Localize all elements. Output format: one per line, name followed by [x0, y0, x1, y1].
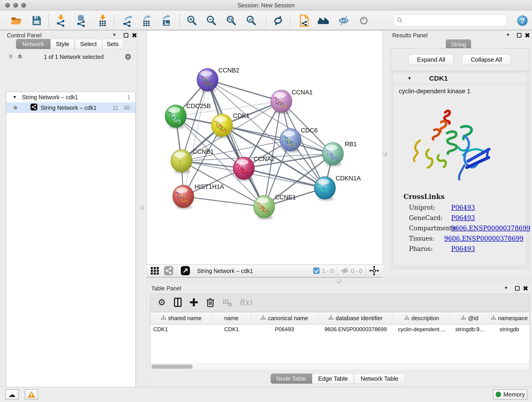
column-header-namespace[interactable]: namespace: [489, 312, 530, 324]
control-panel-menu-icon[interactable]: ▼: [112, 32, 116, 37]
tab-network-table[interactable]: Network Table: [354, 374, 405, 384]
node-entry-header[interactable]: ▼ CDK1: [393, 73, 527, 84]
selected-checkbox[interactable]: [312, 267, 320, 275]
vertical-splitter-left[interactable]: [138, 30, 147, 387]
table-container: ⚙ f(x) shared namenamecanonical namedata…: [150, 294, 530, 370]
help-button[interactable]: ?: [516, 14, 529, 27]
crosslink-link[interactable]: 9606.ENSP00000378699: [451, 225, 530, 232]
network-collection-row[interactable]: ▼ String Network – cdk1 1: [6, 92, 135, 102]
open-session-button[interactable]: [9, 14, 23, 27]
tab-node-table[interactable]: Node Table: [271, 374, 312, 384]
hidden-eye-icon[interactable]: [340, 266, 349, 276]
hide-graphics-details-button[interactable]: [337, 14, 350, 27]
import-network-button[interactable]: [55, 14, 68, 27]
control-panel-float-icon[interactable]: [124, 33, 128, 38]
vertical-splitter-right[interactable]: [383, 30, 387, 278]
zoom-in-button[interactable]: [185, 14, 198, 27]
cloud-button[interactable]: ☁: [5, 389, 19, 400]
tab-select[interactable]: Select: [75, 39, 102, 49]
table-cell[interactable]: cyclin-dependent ...: [393, 326, 450, 332]
network-view[interactable]: CCNB2CCNA1CDC25BCDK1CDC6RB1CCNB1CCNA2CDK…: [147, 30, 383, 265]
table-cell[interactable]: stringdb:9...: [450, 326, 489, 332]
presentation-orb-button[interactable]: [357, 14, 370, 27]
delete-table-button-disabled[interactable]: [221, 296, 234, 309]
control-panel-close-icon[interactable]: ✖: [132, 32, 137, 39]
table-panel-close-icon[interactable]: ✖: [523, 285, 528, 292]
crosslink-row: Tissues:9606.ENSP00000378699: [409, 233, 524, 244]
network-canvas[interactable]: CCNB2CCNA1CDC25BCDK1CDC6RB1CCNB1CCNA2CDK…: [147, 31, 382, 264]
collapse-all-icon[interactable]: [8, 53, 14, 60]
table-horizontal-scrollbar[interactable]: [151, 364, 530, 370]
column-header--id[interactable]: @id: [450, 312, 489, 324]
results-panel-float-icon[interactable]: [517, 33, 521, 38]
gear-icon[interactable]: ⚙: [125, 52, 132, 61]
search-input[interactable]: [403, 17, 504, 24]
crosslink-link[interactable]: P06493: [451, 204, 475, 211]
tab-edge-table[interactable]: Edge Table: [312, 374, 354, 384]
export-table-button[interactable]: [140, 14, 153, 27]
import-network-from-database-button[interactable]: [75, 14, 88, 27]
main-toolbar: ?: [0, 11, 532, 30]
column-header-database-identifier[interactable]: database identifier: [318, 312, 393, 324]
horizontal-splitter[interactable]: [147, 278, 532, 284]
entry-collapse-icon[interactable]: ▼: [407, 76, 412, 81]
column-header-shared-name[interactable]: shared name: [151, 312, 212, 324]
memory-button[interactable]: Memory: [493, 389, 527, 400]
column-header-description[interactable]: description: [393, 312, 450, 324]
expand-all-icon[interactable]: [17, 53, 23, 60]
zoom-out-button[interactable]: [205, 14, 218, 27]
table-panel-float-icon[interactable]: [515, 286, 520, 291]
home-button[interactable]: [317, 14, 330, 27]
results-panel-close-icon[interactable]: ✖: [525, 32, 530, 39]
warnings-button[interactable]: [25, 389, 38, 400]
delete-column-button[interactable]: [204, 296, 217, 309]
network-edge[interactable]: [208, 80, 281, 101]
scrollbar-thumb[interactable]: [152, 365, 193, 369]
search-icon: [396, 17, 403, 24]
collapse-all-button[interactable]: Collapse All: [462, 54, 511, 65]
crosslink-row: Pharos:P06493: [409, 244, 524, 254]
save-session-button[interactable]: [30, 14, 43, 27]
fit-selected-crosshair-icon[interactable]: [369, 265, 380, 277]
add-column-button[interactable]: [187, 296, 200, 309]
zoom-selected-button[interactable]: [244, 14, 258, 27]
export-network-button[interactable]: [121, 14, 135, 27]
node-label-ccnb2: CCNB2: [218, 67, 239, 74]
tree-expand-icon[interactable]: ▼: [13, 95, 17, 100]
apply-layout-button[interactable]: [272, 14, 285, 27]
tab-style[interactable]: Style: [51, 39, 75, 49]
table-gear-button[interactable]: ⚙: [155, 296, 168, 309]
column-header-name[interactable]: name: [212, 312, 251, 324]
table-cell[interactable]: 9606.ENSP00000378699: [318, 326, 393, 332]
import-table-icon: [96, 14, 109, 27]
select-columns-button[interactable]: [171, 296, 184, 309]
network-share-gray-icon[interactable]: [164, 266, 174, 277]
table-cell[interactable]: P06493: [251, 326, 318, 332]
zoom-fit-button[interactable]: [225, 14, 238, 27]
crosslink-link[interactable]: P06493: [451, 214, 475, 221]
tab-network[interactable]: Network: [16, 39, 51, 49]
column-header-canonical-name[interactable]: canonical name: [251, 312, 318, 324]
crosslink-link[interactable]: P06493: [451, 245, 475, 252]
import-table-button[interactable]: [96, 14, 109, 27]
table-cell[interactable]: stringdb: [489, 326, 530, 332]
open-in-window-icon[interactable]: [180, 266, 190, 277]
export-image-button[interactable]: [160, 14, 173, 27]
table-cell[interactable]: CDK1: [151, 326, 212, 332]
network-edge[interactable]: [183, 196, 264, 207]
expand-all-button[interactable]: Expand All: [409, 54, 454, 65]
results-panel-menu-icon[interactable]: ▼: [506, 32, 510, 37]
splitter-grip[interactable]: [382, 151, 387, 156]
splitter-grip[interactable]: [139, 205, 144, 210]
splitter-grip[interactable]: [336, 278, 341, 283]
table-row[interactable]: CDK1CDK1P064939606.ENSP00000378699cyclin…: [151, 325, 530, 334]
function-builder-button-disabled[interactable]: f(x): [239, 296, 252, 309]
netbar-separator: [177, 267, 177, 276]
crosslink-link[interactable]: 9606.ENSP00000378699: [444, 235, 524, 242]
string-import-button[interactable]: [298, 14, 311, 27]
birdseye-grid-icon[interactable]: [150, 266, 160, 277]
table-cell[interactable]: CDK1: [212, 326, 251, 332]
network-row-selected[interactable]: String Network – cdk1 11 48: [6, 102, 135, 113]
tab-sets[interactable]: Sets: [102, 39, 123, 49]
table-panel-menu-icon[interactable]: ▼: [504, 286, 508, 290]
